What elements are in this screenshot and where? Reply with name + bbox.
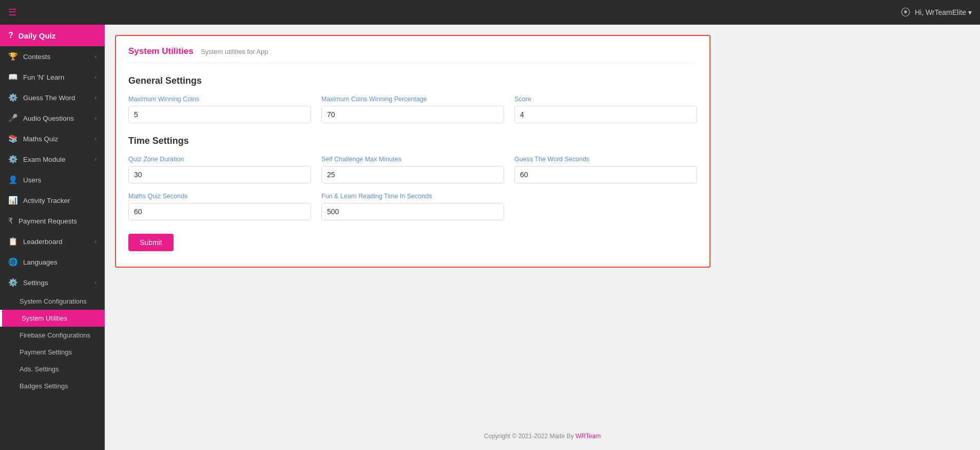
maths-quiz-seconds-label: Maths Quiz Seconds: [128, 193, 311, 200]
chevron-right-icon: ›: [94, 156, 97, 162]
sidebar-item-users[interactable]: 👤 Users: [0, 170, 105, 190]
submit-button[interactable]: Submit: [128, 234, 174, 251]
user-dropdown[interactable]: Hi, WrTeamElite ▾: [915, 8, 972, 16]
sidebar-item-activity-tracker[interactable]: 📊 Activity Tracker: [0, 190, 105, 211]
max-winning-coins-input[interactable]: [128, 106, 311, 123]
main-layout: ? Daily Quiz 🏆 Contests › 📖 Fun 'N' Lear…: [0, 25, 980, 450]
sidebar-sub-item-ads-settings[interactable]: Ads. Settings: [0, 361, 105, 378]
sidebar-sub-item-payment-settings[interactable]: Payment Settings: [0, 344, 105, 361]
header-right: ⦿ Hi, WrTeamElite ▾: [900, 7, 972, 18]
self-challenge-group: Self Challenge Max Minutes: [321, 156, 504, 183]
sidebar-item-maths-quiz[interactable]: 📚 Maths Quiz ›: [0, 128, 105, 149]
footer-text: Copyright © 2021-2022 Made By: [484, 433, 575, 440]
self-challenge-label: Self Challenge Max Minutes: [321, 156, 504, 163]
card-header: System Utilities System utilities for Ap…: [128, 46, 697, 63]
sidebar-item-fun-n-learn[interactable]: 📖 Fun 'N' Learn ›: [0, 67, 105, 87]
sidebar-label-users: Users: [23, 176, 41, 184]
chevron-right-icon: ›: [94, 238, 97, 245]
sidebar-item-contests[interactable]: 🏆 Contests ›: [0, 46, 105, 67]
brand-label: Daily Quiz: [18, 31, 56, 40]
max-coins-pct-input[interactable]: [321, 106, 504, 123]
maths-quiz-seconds-input[interactable]: [128, 203, 311, 220]
sidebar-label-activity-tracker: Activity Tracker: [23, 197, 70, 204]
hamburger-icon[interactable]: ☰: [8, 7, 16, 18]
sidebar-label-guess-the-word: Guess The Word: [23, 94, 75, 102]
time-settings-row-2: Maths Quiz Seconds Fun & Learn Reading T…: [128, 193, 697, 220]
sidebar-item-audio-questions[interactable]: 🎤 Audio Questions ›: [0, 108, 105, 128]
leaderboard-icon: 📋: [8, 237, 18, 246]
audio-questions-icon: 🎤: [8, 114, 18, 123]
card-subtitle: System utilities for App: [201, 48, 268, 55]
sidebar-brand: ? Daily Quiz: [0, 25, 105, 46]
sidebar-label-maths-quiz: Maths Quiz: [23, 135, 58, 143]
sidebar-item-settings[interactable]: ⚙️ Settings ›: [0, 272, 105, 293]
max-coins-pct-group: Maximum Coins Winning Percentage: [321, 96, 504, 123]
chevron-right-icon: ›: [94, 74, 97, 80]
quiz-zone-duration-label: Quiz Zone Duration: [128, 156, 311, 163]
dropdown-arrow-icon: ▾: [968, 8, 972, 16]
score-label: Score: [514, 96, 697, 103]
sidebar-sub-item-badges-settings[interactable]: Badges Settings: [0, 378, 105, 395]
footer: Copyright © 2021-2022 Made By WRTeam: [115, 420, 970, 440]
brand-icon: ?: [8, 31, 13, 40]
chevron-right-icon: ›: [94, 136, 97, 142]
sidebar-sub-item-system-configurations[interactable]: System Configurations: [0, 293, 105, 310]
guess-word-seconds-input[interactable]: [514, 166, 697, 183]
sidebar-sub-item-system-utilities[interactable]: System Utilities: [0, 310, 105, 327]
sidebar-item-languages[interactable]: 🌐 Languages: [0, 252, 105, 272]
quiz-zone-duration-group: Quiz Zone Duration: [128, 156, 311, 183]
score-input[interactable]: [514, 106, 697, 123]
sidebar-item-exam-module[interactable]: ⚙️ Exam Module ›: [0, 149, 105, 170]
sidebar-label-audio-questions: Audio Questions: [23, 115, 74, 122]
general-settings-heading: General Settings: [128, 76, 697, 86]
sidebar-item-payment-requests[interactable]: ₹ Payment Requests: [0, 211, 105, 231]
system-utilities-card: System Utilities System utilities for Ap…: [115, 35, 710, 268]
general-settings-row-1: Maximum Winning Coins Maximum Coins Winn…: [128, 96, 697, 123]
exam-module-icon: ⚙️: [8, 155, 18, 164]
sidebar: ? Daily Quiz 🏆 Contests › 📖 Fun 'N' Lear…: [0, 25, 105, 450]
guess-the-word-icon: ⚙️: [8, 93, 18, 102]
sidebar-item-guess-the-word[interactable]: ⚙️ Guess The Word ›: [0, 87, 105, 108]
user-greeting: Hi, WrTeamElite: [915, 8, 966, 16]
chevron-right-icon: ›: [94, 115, 97, 121]
chevron-right-icon: ›: [94, 279, 97, 286]
top-header: ☰ ⦿ Hi, WrTeamElite ▾: [0, 0, 980, 25]
general-settings-section: General Settings Maximum Winning Coins M…: [128, 76, 697, 123]
fun-learn-reading-time-label: Fun & Learn Reading Time In Seconds: [321, 193, 504, 200]
max-coins-pct-label: Maximum Coins Winning Percentage: [321, 96, 504, 103]
maths-quiz-icon: 📚: [8, 134, 18, 143]
sidebar-label-contests: Contests: [23, 53, 50, 61]
card-title: System Utilities: [128, 46, 194, 56]
sidebar-label-fun-n-learn: Fun 'N' Learn: [23, 73, 64, 81]
chevron-right-icon: ›: [94, 53, 97, 60]
time-settings-row-1: Quiz Zone Duration Self Challenge Max Mi…: [128, 156, 697, 183]
settings-icon: ⚙️: [8, 278, 18, 287]
self-challenge-input[interactable]: [321, 166, 504, 183]
footer-link[interactable]: WRTeam: [575, 433, 601, 440]
sidebar-label-languages: Languages: [23, 258, 57, 266]
contests-icon: 🏆: [8, 52, 18, 61]
quiz-zone-duration-input[interactable]: [128, 166, 311, 183]
payment-requests-icon: ₹: [8, 216, 13, 226]
guess-word-seconds-label: Guess The Word Seconds: [514, 156, 697, 163]
sidebar-item-leaderboard[interactable]: 📋 Leaderboard ›: [0, 231, 105, 252]
sidebar-label-exam-module: Exam Module: [23, 156, 66, 163]
chevron-right-icon: ›: [94, 95, 97, 101]
sidebar-label-payment-requests: Payment Requests: [18, 217, 77, 225]
fun-learn-reading-time-group: Fun & Learn Reading Time In Seconds: [321, 193, 504, 220]
fun-learn-reading-time-input[interactable]: [321, 203, 504, 220]
sidebar-sub-item-firebase-configurations[interactable]: Firebase Configurations: [0, 327, 105, 344]
sidebar-label-leaderboard: Leaderboard: [23, 238, 63, 246]
content-area: System Utilities System utilities for Ap…: [105, 25, 980, 450]
maths-quiz-seconds-group: Maths Quiz Seconds: [128, 193, 311, 220]
score-group: Score: [514, 96, 697, 123]
time-settings-section: Time Settings Quiz Zone Duration Self Ch…: [128, 136, 697, 220]
header-left: ☰: [8, 7, 16, 18]
activity-tracker-icon: 📊: [8, 196, 18, 205]
languages-icon: 🌐: [8, 257, 18, 267]
time-settings-heading: Time Settings: [128, 136, 697, 146]
fun-n-learn-icon: 📖: [8, 72, 18, 82]
guess-word-seconds-group: Guess The Word Seconds: [514, 156, 697, 183]
max-winning-coins-label: Maximum Winning Coins: [128, 96, 311, 103]
users-icon: 👤: [8, 175, 18, 184]
